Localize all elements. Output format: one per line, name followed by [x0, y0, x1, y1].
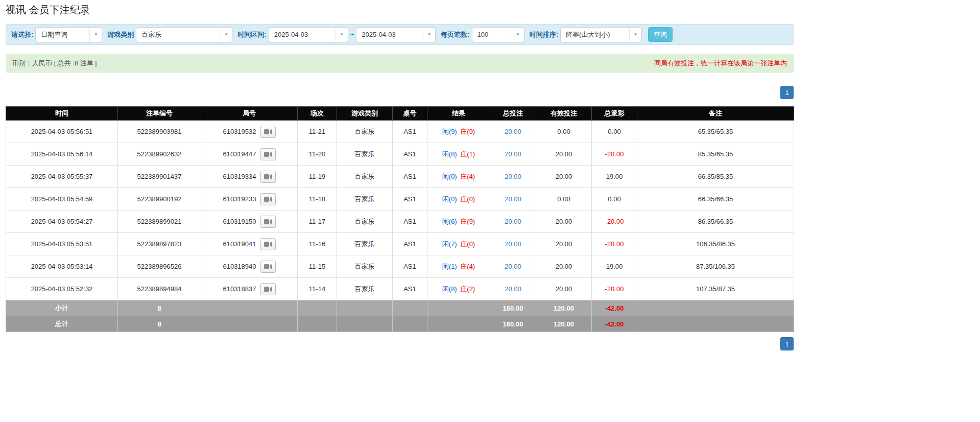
- result-banker: 庄(0): [460, 195, 475, 203]
- cell-table-no: AS1: [393, 255, 427, 278]
- subtotal-label: 小计: [6, 300, 118, 316]
- cell-time: 2025-04-03 05:56:14: [6, 143, 118, 166]
- table-row: 2025-04-03 05:52:32 522389894984 6103188…: [6, 278, 794, 300]
- video-replay-button[interactable]: [260, 171, 276, 183]
- cell-remark: 86.35/66.35: [637, 210, 794, 233]
- empty-cell: [393, 300, 427, 316]
- cell-game-type: 百家乐: [337, 255, 393, 278]
- cell-session: 11-17: [298, 210, 337, 233]
- cell-valid-bet: 20.00: [536, 233, 592, 255]
- cell-session: 11-21: [298, 121, 337, 143]
- cell-total-bet: 20.00: [490, 121, 536, 143]
- cell-result: 闲(0) 庄(0): [427, 188, 490, 210]
- total-bet-link[interactable]: 20.00: [505, 173, 521, 180]
- total-row: 总计 8 160.00 120.00 -42.00: [6, 316, 794, 332]
- total-bet-link[interactable]: 20.00: [505, 128, 521, 135]
- cell-total-bet: 20.00: [490, 278, 536, 300]
- cell-time: 2025-04-03 05:53:51: [6, 233, 118, 255]
- cell-game-type: 百家乐: [337, 278, 393, 300]
- video-replay-button[interactable]: [260, 216, 276, 228]
- result-player: 闲(0): [442, 195, 457, 203]
- video-camera-icon: [264, 286, 272, 292]
- cell-table-no: AS1: [393, 278, 427, 300]
- table-row: 2025-04-03 05:56:51 522389903981 6103195…: [6, 121, 794, 143]
- search-button[interactable]: 查询: [648, 27, 673, 42]
- cell-bet-id: 522389902632: [118, 143, 201, 166]
- cell-time: 2025-04-03 05:55:37: [6, 166, 118, 188]
- total-bet-link[interactable]: 20.00: [505, 240, 521, 248]
- empty-cell: [393, 316, 427, 332]
- column-header-7: 总投注: [490, 107, 536, 121]
- result-banker: 庄(1): [460, 150, 475, 158]
- cell-time: 2025-04-03 05:56:51: [6, 121, 118, 143]
- cell-result: 闲(9) 庄(9): [427, 121, 490, 143]
- result-player: 闲(1): [442, 263, 457, 270]
- video-replay-button[interactable]: [260, 261, 276, 273]
- table-header-row: 时间注单编号局号场次游戏类别桌号结果总投注有效投注总派彩备注: [6, 107, 794, 121]
- cell-game-type: 百家乐: [337, 121, 393, 143]
- table-row: 2025-04-03 05:54:59 522389900192 6103192…: [6, 188, 794, 210]
- page-title: 视讯 会员下注纪录: [6, 2, 794, 24]
- video-replay-button[interactable]: [260, 283, 276, 295]
- result-banker: 庄(0): [460, 240, 475, 248]
- total-bet-link[interactable]: 20.00: [505, 285, 521, 293]
- subtotal-total-bet: 160.00: [490, 300, 536, 316]
- round-id-text: 610318837: [223, 285, 256, 293]
- date-range-separator: ~: [350, 31, 354, 38]
- cell-payout: 0.00: [592, 188, 637, 210]
- video-camera-icon: [264, 241, 272, 247]
- page-button-1[interactable]: 1: [780, 86, 794, 99]
- summary-bar: 币别：人民币 | 总共 :8 注单 | 同局有效投注，统一计算在该局第一张注单内: [6, 54, 794, 73]
- cell-valid-bet: 20.00: [536, 210, 592, 233]
- cell-bet-id: 522389896526: [118, 255, 201, 278]
- column-header-5: 桌号: [393, 107, 427, 121]
- cell-round-id: 610319334: [201, 166, 298, 188]
- cell-round-id: 610319233: [201, 188, 298, 210]
- per-page-value: 100: [477, 31, 489, 38]
- cell-round-id: 610319532: [201, 121, 298, 143]
- game-type-dropdown[interactable]: 百家乐 ▼: [136, 27, 232, 42]
- cell-game-type: 百家乐: [337, 188, 393, 210]
- cell-payout: 19.00: [592, 255, 637, 278]
- date-to-dropdown[interactable]: 2025-04-03 ▼: [356, 27, 436, 42]
- round-id-text: 610319150: [223, 218, 256, 225]
- total-bet-link[interactable]: 20.00: [505, 150, 521, 158]
- bet-records-table: 时间注单编号局号场次游戏类别桌号结果总投注有效投注总派彩备注 2025-04-0…: [6, 106, 794, 332]
- cell-remark: 107.35/87.35: [637, 278, 794, 300]
- total-bet-link[interactable]: 20.00: [505, 195, 521, 203]
- query-type-dropdown[interactable]: 日期查询 ▼: [35, 27, 102, 42]
- cell-time: 2025-04-03 05:53:14: [6, 255, 118, 278]
- total-bet-link[interactable]: 20.00: [505, 218, 521, 225]
- video-replay-button[interactable]: [260, 126, 276, 138]
- cell-remark: 66.35/85.35: [637, 166, 794, 188]
- result-player: 闲(8): [442, 285, 457, 293]
- per-page-dropdown[interactable]: 100 ▼: [472, 27, 524, 42]
- empty-cell: [298, 316, 337, 332]
- page-button-1[interactable]: 1: [780, 337, 794, 350]
- cell-session: 11-15: [298, 255, 337, 278]
- cell-bet-id: 522389900192: [118, 188, 201, 210]
- time-sort-dropdown[interactable]: 降幂(由大到小) ▼: [560, 27, 642, 42]
- cell-result: 闲(8) 庄(1): [427, 143, 490, 166]
- total-total-bet: 160.00: [490, 316, 536, 332]
- cell-bet-id: 522389903981: [118, 121, 201, 143]
- video-camera-icon: [264, 219, 272, 225]
- cell-total-bet: 20.00: [490, 143, 536, 166]
- cell-table-no: AS1: [393, 188, 427, 210]
- cell-result: 闲(7) 庄(0): [427, 233, 490, 255]
- total-bet-link[interactable]: 20.00: [505, 263, 521, 270]
- subtotal-row: 小计 8 160.00 120.00 -42.00: [6, 300, 794, 316]
- date-from-dropdown[interactable]: 2025-04-03 ▼: [269, 27, 348, 42]
- cell-valid-bet: 20.00: [536, 143, 592, 166]
- subtotal-count: 8: [118, 300, 201, 316]
- video-camera-icon: [264, 264, 272, 270]
- cell-total-bet: 20.00: [490, 210, 536, 233]
- chevron-down-icon: ▼: [423, 28, 435, 42]
- empty-cell: [201, 300, 298, 316]
- cell-payout: -20.00: [592, 210, 637, 233]
- empty-cell: [337, 316, 393, 332]
- video-replay-button[interactable]: [260, 238, 276, 250]
- subtotal-payout: -42.00: [592, 300, 637, 316]
- video-replay-button[interactable]: [260, 193, 276, 205]
- video-replay-button[interactable]: [260, 148, 276, 160]
